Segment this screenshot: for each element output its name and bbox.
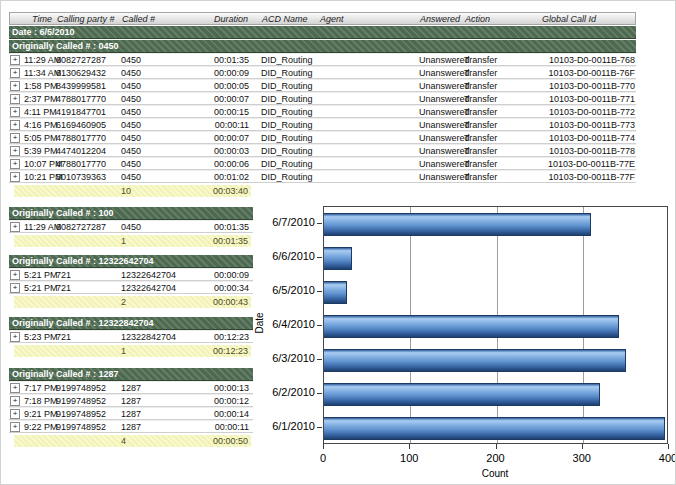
table-row: +4:16 PM6169460905045000:00:11DID_Routin… <box>9 118 636 131</box>
x-axis-tick <box>409 444 410 449</box>
expand-row-icon[interactable]: + <box>10 81 20 91</box>
expand-row-icon[interactable]: + <box>10 172 20 182</box>
cell-calling: 721 <box>56 270 71 280</box>
expand-row-icon[interactable]: + <box>10 159 20 169</box>
expand-row-icon[interactable]: + <box>10 146 20 156</box>
group-rows: +11:29 AM6082727287045000:01:35 <box>9 220 253 233</box>
cell-called: 1287 <box>121 396 141 406</box>
expand-row-icon[interactable]: + <box>10 396 20 406</box>
cell-time: 5:39 PM <box>24 146 58 156</box>
group-rows: +7:17 PM9199748952128700:00:13+7:18 PM91… <box>9 381 253 433</box>
chart-bar <box>324 349 626 372</box>
cell-calling: 6082727287 <box>56 55 106 65</box>
cell-time: 5:21 PM <box>24 283 58 293</box>
y-axis-tick-label: 6/2/2010 <box>245 386 315 398</box>
table-row: +11:29 AM6082727287045000:01:35 <box>9 220 253 233</box>
cell-time: 4:11 PM <box>24 107 57 117</box>
date-group-band: Date : 6/5/2010 <box>9 26 636 39</box>
expand-row-icon[interactable]: + <box>10 120 20 130</box>
call-report-page: TimeCalling party #Called #DurationACD N… <box>0 0 676 485</box>
table-row: +10:07 PM4788017770045000:00:06DID_Routi… <box>9 157 636 170</box>
cell-answered: Unanswered <box>419 107 470 117</box>
cell-duration: 00:01:02 <box>214 172 249 182</box>
table-row: +1:58 PM8439999581045000:00:05DID_Routin… <box>9 79 636 92</box>
cell-called: 12322642704 <box>121 283 176 293</box>
expand-row-icon[interactable]: + <box>10 422 20 432</box>
cell-time: 9:22 PM <box>24 422 58 432</box>
group-label: Originally Called # : 0450 <box>12 41 119 51</box>
cell-calling: 3010739363 <box>56 172 106 182</box>
cell-calling: 4474012204 <box>56 146 106 156</box>
cell-acd: DID_Routing <box>261 172 313 182</box>
cell-calling: 6082727287 <box>56 222 106 232</box>
table-row: +7:18 PM9199748952128700:00:12 <box>9 394 253 407</box>
cell-action: Transfer <box>464 81 497 91</box>
x-axis-tick-label: 0 <box>301 452 345 464</box>
y-axis-tick <box>317 223 322 224</box>
cell-calling: 9199748952 <box>56 422 106 432</box>
column-header-gcid: Global Call Id <box>542 14 596 24</box>
cell-gcid: 10103-D0-0011B-774 <box>549 133 635 143</box>
expand-row-icon[interactable]: + <box>10 94 20 104</box>
expand-row-icon[interactable]: + <box>10 409 20 419</box>
cell-action: Transfer <box>464 107 497 117</box>
cell-duration: 00:00:11 <box>215 120 249 130</box>
cell-acd: DID_Routing <box>261 94 313 104</box>
summary-total-duration: 00:00:43 <box>213 297 248 307</box>
cell-time: 7:17 PM <box>24 383 58 393</box>
expand-row-icon[interactable]: + <box>10 383 20 393</box>
column-header-called: Called # <box>122 14 155 24</box>
chart-bar <box>324 213 591 236</box>
cell-called: 0450 <box>121 172 141 182</box>
cell-answered: Unanswered <box>419 81 470 91</box>
cell-answered: Unanswered <box>419 133 470 143</box>
cell-gcid: 10103-D0-0011B-770 <box>549 81 635 91</box>
cell-action: Transfer <box>464 159 497 169</box>
cell-calling: 721 <box>56 332 71 342</box>
cell-acd: DID_Routing <box>261 68 313 78</box>
cell-called: 0450 <box>121 107 141 117</box>
cell-duration: 00:00:07 <box>214 133 249 143</box>
cell-acd: DID_Routing <box>261 107 313 117</box>
y-axis-tick-label: 6/7/2010 <box>245 216 315 228</box>
expand-row-icon[interactable]: + <box>10 332 20 342</box>
y-axis-tick-label: 6/5/2010 <box>245 284 315 296</box>
cell-action: Transfer <box>464 146 497 156</box>
cell-answered: Unanswered <box>419 94 470 104</box>
table-row: +9:22 PM9199748952128700:00:11 <box>9 420 253 433</box>
date-group-label: Date : 6/5/2010 <box>12 27 75 37</box>
cell-duration: 00:00:09 <box>214 270 249 280</box>
cell-called: 0450 <box>121 222 141 232</box>
expand-row-icon[interactable]: + <box>10 270 20 280</box>
cell-duration: 00:00:09 <box>214 68 249 78</box>
cell-called: 12322642704 <box>121 270 176 280</box>
cell-duration: 00:00:05 <box>214 81 249 91</box>
expand-row-icon[interactable]: + <box>10 55 20 65</box>
group-table-12322842704: Originally Called # : 12322842704 +5:23 … <box>9 316 253 357</box>
cell-answered: Unanswered <box>419 146 470 156</box>
table-row: +2:37 PM4788017770045000:00:07DID_Routin… <box>9 92 636 105</box>
cell-duration: 00:00:13 <box>214 383 249 393</box>
group-label: Originally Called # : 12322642704 <box>12 256 154 266</box>
cell-gcid: 10103-D0-0011B-771 <box>549 94 635 104</box>
cell-duration: 00:12:23 <box>214 332 249 342</box>
expand-row-icon[interactable]: + <box>10 133 20 143</box>
cell-acd: DID_Routing <box>261 159 313 169</box>
expand-row-icon[interactable]: + <box>10 68 20 78</box>
cell-gcid: 10103-D0-0011B-76F <box>549 68 635 78</box>
summary-total-duration: 00:00:50 <box>213 436 248 446</box>
expand-row-icon[interactable]: + <box>10 107 20 117</box>
column-header-action: Action <box>465 14 490 24</box>
summary-count: 4 <box>121 436 126 446</box>
summary-count: 1 <box>121 346 126 356</box>
column-header-calling: Calling party # <box>57 14 115 24</box>
group-label: Originally Called # : 1287 <box>12 369 119 379</box>
cell-time: 4:16 PM <box>24 120 58 130</box>
y-axis-tick <box>317 393 322 394</box>
expand-row-icon[interactable]: + <box>10 283 20 293</box>
expand-row-icon[interactable]: + <box>10 222 20 232</box>
table-row: +9:21 PM9199748952128700:00:14 <box>9 407 253 420</box>
y-axis-tick-label: 6/1/2010 <box>245 420 315 432</box>
group-rows: +5:21 PM7211232264270400:00:09+5:21 PM72… <box>9 268 253 294</box>
table-row: +10:21 PM3010739363045000:01:02DID_Routi… <box>9 170 636 183</box>
